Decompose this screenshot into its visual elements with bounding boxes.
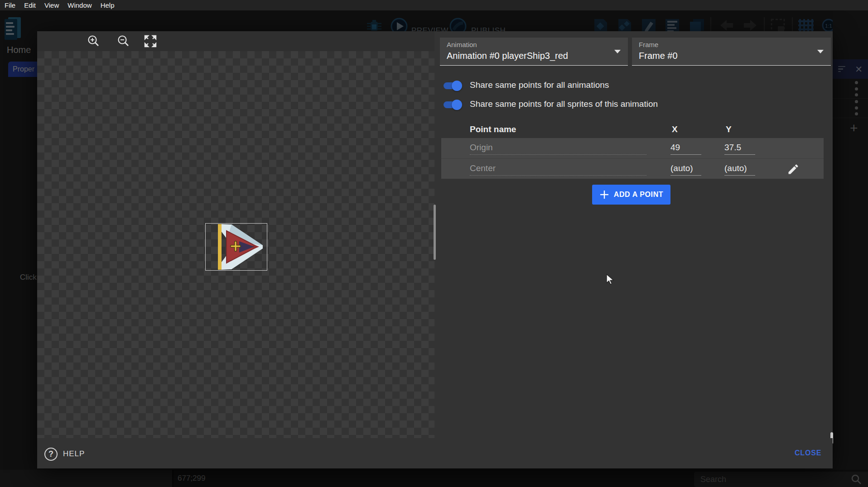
sprite-frame[interactable]: [205, 223, 267, 271]
origin-point-crosshair[interactable]: [230, 241, 241, 252]
points-canvas[interactable]: [37, 51, 434, 438]
frame-select-label: Frame: [639, 41, 658, 48]
menu-view[interactable]: View: [44, 0, 59, 10]
column-header-point-name: Point name: [470, 124, 516, 134]
chevron-down-icon: [817, 50, 824, 53]
point-x-field[interactable]: (auto): [670, 163, 701, 176]
menu-help[interactable]: Help: [101, 0, 115, 10]
table-row-center: Center (auto) (auto): [441, 158, 824, 179]
point-y-field[interactable]: 37.5: [724, 143, 755, 155]
share-points-all-animations-label: Share same points for all animations: [470, 80, 609, 90]
menu-edit[interactable]: Edit: [24, 0, 36, 10]
fit-view-icon[interactable]: [144, 34, 157, 48]
point-name-field[interactable]: Center: [470, 163, 646, 176]
mouse-cursor: [606, 274, 616, 286]
zoom-in-icon[interactable]: [87, 34, 100, 48]
column-header-x: X: [672, 124, 678, 134]
frame-select[interactable]: Frame Frame #0: [632, 38, 831, 66]
edit-pencil-icon[interactable]: [787, 163, 800, 176]
zoom-out-icon[interactable]: [116, 34, 130, 48]
app-window: File Edit View Window Help PREVIEW PUBLI…: [0, 0, 868, 487]
frame-select-value: Frame #0: [639, 51, 678, 61]
plus-icon: [599, 190, 609, 200]
help-icon: ?: [44, 448, 58, 461]
point-y-field[interactable]: (auto): [724, 163, 755, 176]
menu-bar: File Edit View Window Help: [0, 0, 868, 10]
canvas-scrollbar-thumb[interactable]: [434, 205, 436, 260]
share-points-all-sprites-label: Share same points for all sprites of thi…: [470, 99, 658, 109]
share-points-all-sprites-toggle[interactable]: [443, 99, 462, 110]
dialog-footer: ? HELP CLOSE: [37, 438, 833, 468]
share-points-all-animations-toggle[interactable]: [443, 80, 462, 91]
menu-window[interactable]: Window: [68, 0, 92, 10]
add-a-point-label: ADD A POINT: [614, 191, 663, 199]
add-a-point-button[interactable]: ADD A POINT: [592, 185, 670, 205]
animation-select-value: Animation #0 playerShip3_red: [447, 51, 568, 61]
point-name-field[interactable]: Origin: [470, 143, 646, 155]
menu-file[interactable]: File: [5, 0, 15, 10]
canvas-toolbar: [37, 31, 434, 51]
animation-select[interactable]: Animation Animation #0 playerShip3_red: [440, 38, 628, 66]
chevron-down-icon: [614, 50, 621, 53]
point-x-field[interactable]: 49: [670, 143, 701, 155]
table-row-origin: Origin 49 37.5: [441, 138, 824, 158]
edit-points-dialog: Animation Animation #0 playerShip3_red F…: [37, 31, 833, 468]
close-button[interactable]: CLOSE: [795, 449, 821, 457]
help-button[interactable]: ? HELP: [44, 446, 85, 462]
animation-select-label: Animation: [447, 41, 477, 48]
help-label: HELP: [63, 449, 85, 458]
column-header-y: Y: [726, 124, 732, 134]
